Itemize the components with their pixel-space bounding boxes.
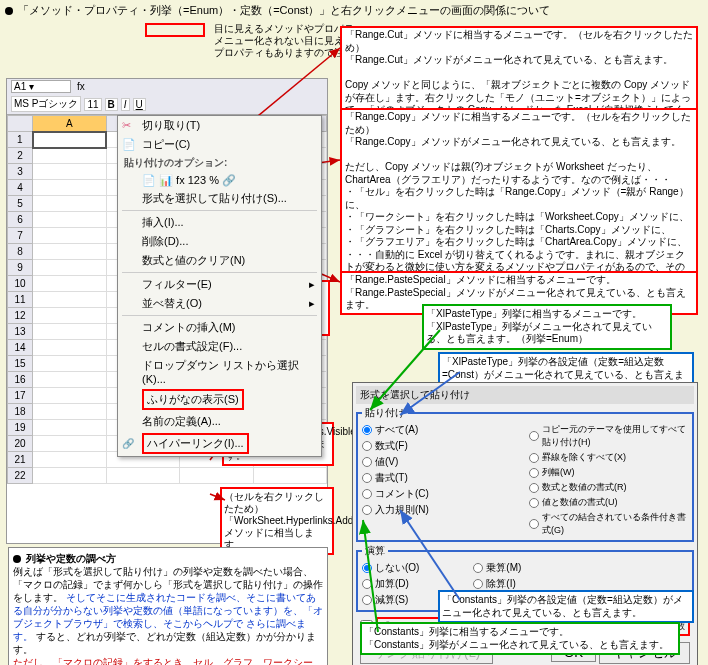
- ctx-item[interactable]: 名前の定義(A)...: [118, 412, 321, 431]
- ctx-item-label: コピー(C): [142, 137, 190, 152]
- row-header[interactable]: 7: [8, 228, 33, 244]
- context-menu: 切り取り(T)コピー(C)貼り付けのオプション:📄 📊 fx 123 % 🔗形式…: [117, 115, 322, 457]
- name-box[interactable]: A1 ▾: [11, 80, 71, 93]
- annot-constants-vals: 「Constants」列挙の各設定値（定数=組込定数）がメニュー化されて見えてい…: [438, 590, 694, 623]
- ctx-item-label: セルの書式設定(F)...: [142, 339, 242, 354]
- row-header[interactable]: 6: [8, 212, 33, 228]
- row-header[interactable]: 3: [8, 164, 33, 180]
- ctx-item-label: 切り取り(T): [142, 118, 200, 133]
- ctx-item-label: コメントの挿入(M): [142, 320, 236, 335]
- ctx-header: 貼り付けのオプション:: [118, 154, 321, 172]
- row-header[interactable]: 9: [8, 260, 33, 276]
- row-header[interactable]: 16: [8, 372, 33, 388]
- calc-option[interactable]: しない(O): [362, 560, 465, 576]
- paste-option[interactable]: 書式(T): [362, 470, 521, 486]
- hyper-icon: [122, 437, 136, 451]
- bottom-note: 列挙や定数の調べ方 例えば「形式を選択して貼り付け」の列挙や定数を調べたい場合、…: [8, 547, 328, 665]
- excel-ribbon: A1 ▾ fx MS Pゴシック 11 B I U: [7, 79, 327, 115]
- paste-option[interactable]: 値と数値の書式(U): [529, 495, 688, 510]
- ctx-item-label: 削除(D)...: [142, 234, 188, 249]
- font-size[interactable]: 11: [84, 98, 101, 111]
- ctx-item[interactable]: 並べ替え(O)▸: [118, 294, 321, 313]
- row-header[interactable]: 15: [8, 356, 33, 372]
- ctx-item[interactable]: 数式と値のクリア(N): [118, 251, 321, 270]
- title-bullet: [5, 7, 13, 15]
- bottom-note-heading: 列挙や定数の調べ方: [26, 552, 116, 565]
- ctx-item[interactable]: ハイパーリンク(I)...: [118, 431, 321, 456]
- row-header[interactable]: 19: [8, 420, 33, 436]
- legend-sample-box: [145, 23, 205, 37]
- ctx-item[interactable]: フィルター(E)▸: [118, 275, 321, 294]
- italic-button[interactable]: I: [121, 98, 130, 111]
- row-header[interactable]: 12: [8, 308, 33, 324]
- page-title: 「メソッド・プロパティ・列挙（=Enum）・定数（=Const）」と右クリックメ…: [18, 3, 550, 18]
- row-header[interactable]: 8: [8, 244, 33, 260]
- paste-option[interactable]: コメント(C): [362, 486, 521, 502]
- paste-option[interactable]: 数式(F): [362, 438, 521, 454]
- ctx-item[interactable]: ドロップダウン リストから選択(K)...: [118, 356, 321, 387]
- col-header-a[interactable]: A: [33, 116, 106, 132]
- calc-group-legend: 演算: [362, 544, 388, 558]
- row-header[interactable]: 14: [8, 340, 33, 356]
- ctx-item[interactable]: 形式を選択して貼り付け(S)...: [118, 189, 321, 208]
- paste-group: 貼り付け すべて(A)数式(F)値(V)書式(T)コメント(C)入力規則(N) …: [356, 406, 694, 542]
- ctx-item[interactable]: 切り取り(T): [118, 116, 321, 135]
- ctx-item[interactable]: コピー(C): [118, 135, 321, 154]
- ctx-item-label: 名前の定義(A)...: [142, 414, 221, 429]
- row-header[interactable]: 17: [8, 388, 33, 404]
- ctx-item-label: 形式を選択して貼り付け(S)...: [142, 191, 287, 206]
- paste-option[interactable]: 数式と数値の書式(R): [529, 480, 688, 495]
- ctx-item-label: フィルター(E): [142, 277, 212, 292]
- paste-option[interactable]: 値(V): [362, 454, 521, 470]
- annot-copy: 「Range.Copy」メソッドに相当するメニューです。（セルを右クリックしたた…: [340, 108, 698, 289]
- paste-option[interactable]: 罫線を除くすべて(X): [529, 450, 688, 465]
- dialog-title: 形式を選択して貼り付け: [356, 386, 694, 404]
- annot-constants-menu: 「Constants」列挙に相当するメニューです。 「Constants」列挙が…: [360, 622, 680, 655]
- row-header[interactable]: 13: [8, 324, 33, 340]
- page-title-row: 「メソッド・プロパティ・列挙（=Enum）・定数（=Const）」と右クリックメ…: [0, 0, 708, 21]
- paste-option[interactable]: すべて(A): [362, 422, 521, 438]
- paste-option[interactable]: すべての結合されている条件付き書式(G): [529, 510, 688, 538]
- underline-button[interactable]: U: [133, 98, 146, 111]
- ctx-item-label: 挿入(I)...: [142, 215, 184, 230]
- paste-group-legend: 貼り付け: [362, 406, 408, 420]
- calc-option[interactable]: 乗算(M): [473, 560, 576, 576]
- annot-pastetype: 「XlPasteType」列挙に相当するメニューです。 「XlPasteType…: [422, 304, 672, 350]
- ctx-item-label: 数式と値のクリア(N): [142, 253, 245, 268]
- ctx-item[interactable]: セルの書式設定(F)...: [118, 337, 321, 356]
- row-header[interactable]: 5: [8, 196, 33, 212]
- ctx-item[interactable]: 挿入(I)...: [118, 213, 321, 232]
- paste-option[interactable]: 入力規則(N): [362, 502, 521, 518]
- paste-option[interactable]: コピー元のテーマを使用してすべて貼り付け(H): [529, 422, 688, 450]
- row-header[interactable]: 21: [8, 452, 33, 468]
- row-header[interactable]: 22: [8, 468, 33, 484]
- cut-icon: [122, 119, 136, 133]
- fx-label: fx: [77, 81, 85, 92]
- bottom-note-line3: すると、どれが列挙で、どれが定数（組込定数）かが分かります。: [13, 631, 316, 655]
- ctx-item-label: 並べ替え(O): [142, 296, 202, 311]
- ctx-item[interactable]: 削除(D)...: [118, 232, 321, 251]
- bold-button[interactable]: B: [105, 98, 118, 111]
- row-header[interactable]: 10: [8, 276, 33, 292]
- ctx-item-label: ドロップダウン リストから選択(K)...: [142, 358, 315, 385]
- row-header[interactable]: 1: [8, 132, 33, 148]
- row-header[interactable]: 4: [8, 180, 33, 196]
- annot-hyperlink: （セルを右クリックしたため）「WorkSheet.Hyperlinks.Add」…: [220, 487, 334, 555]
- row-header[interactable]: 11: [8, 292, 33, 308]
- ctx-item[interactable]: コメントの挿入(M): [118, 318, 321, 337]
- copy-icon: [122, 138, 136, 152]
- paste-option[interactable]: 列幅(W): [529, 465, 688, 480]
- row-header[interactable]: 18: [8, 404, 33, 420]
- font-name[interactable]: MS Pゴシック: [11, 96, 81, 112]
- excel-window: A1 ▾ fx MS Pゴシック 11 B I U A B C D 123456…: [6, 78, 328, 544]
- paste-icons[interactable]: 📄 📊 fx 123 % 🔗: [118, 172, 321, 189]
- bottom-note-line4: ただし、「マクロの記録」をするとき、セル、グラフ、ワークシート・その他の状況や画…: [13, 657, 323, 665]
- worksheet-grid[interactable]: A B C D 12345678910111213141516171819202…: [7, 115, 327, 484]
- row-header[interactable]: 20: [8, 436, 33, 452]
- row-header[interactable]: 2: [8, 148, 33, 164]
- ctx-item[interactable]: ふりがなの表示(S): [118, 387, 321, 412]
